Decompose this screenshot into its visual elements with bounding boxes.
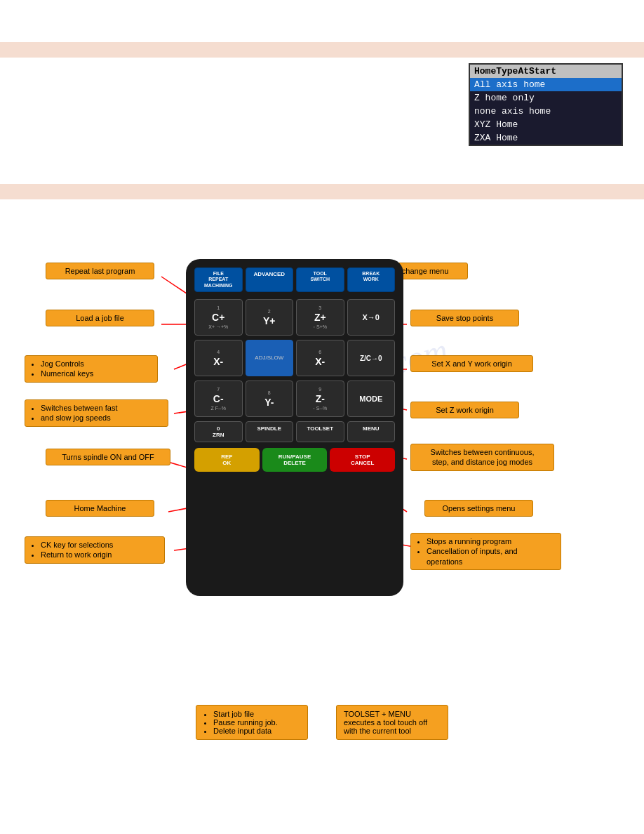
kbtn-run-pause[interactable]: RUN/PAUSEDELETE bbox=[262, 448, 328, 472]
kbtn-c-minus[interactable]: 7 C- Z F--% bbox=[194, 380, 243, 417]
kbtn-mode[interactable]: MODE bbox=[347, 380, 396, 417]
kbtn-y-plus[interactable]: 2 Y+ bbox=[246, 299, 294, 336]
kbtn-menu[interactable]: MENU bbox=[347, 421, 396, 442]
kbtn-tool-switch[interactable]: TOOLSWITCH bbox=[296, 267, 344, 292]
kbtn-c-plus[interactable]: 1 C+ X+ →+% bbox=[194, 299, 243, 336]
keypad: FILEREPEATMACHINING ADVANCED TOOLSWITCH … bbox=[186, 259, 403, 596]
label-home-machine: Home Machine bbox=[46, 500, 154, 517]
diagram-area: machsupport.com Repeat last p bbox=[0, 220, 644, 698]
label-switches-modes: Switches between continuous,step, and di… bbox=[410, 444, 554, 471]
keypad-top-row: FILEREPEATMACHINING ADVANCED TOOLSWITCH … bbox=[194, 267, 395, 292]
dropdown-item-1[interactable]: All axis home bbox=[470, 78, 622, 91]
kbtn-advanced[interactable]: ADVANCED bbox=[246, 267, 294, 292]
label-turns-spindle: Turns spindle ON and OFF bbox=[46, 449, 170, 465]
kbtn-x-minus-right[interactable]: 6 X- bbox=[296, 340, 344, 376]
label-set-xy-origin: Set X and Y work origin bbox=[410, 355, 533, 372]
kbtn-x-minus-left[interactable]: 4 X- bbox=[194, 340, 243, 376]
label-stops-program: Stops a running program Cancellation of … bbox=[410, 533, 561, 570]
label-set-z-origin: Set Z work origin bbox=[410, 402, 519, 418]
kbtn-break-work[interactable]: BREAKWORK bbox=[347, 267, 396, 292]
bottom-notes: Start job file Pause running job. Delete… bbox=[0, 705, 644, 740]
kbtn-z-plus[interactable]: 3 Z+ ◦ S+% bbox=[296, 299, 344, 336]
label-repeat-last-program: Repeat last program bbox=[46, 263, 154, 279]
note-box-left: Start job file Pause running job. Delete… bbox=[196, 705, 308, 740]
kbtn-y-minus[interactable]: 8 Y- bbox=[246, 380, 294, 417]
keypad-row1: 1 C+ X+ →+% 2 Y+ 3 Z+ ◦ S+% X→0 bbox=[194, 299, 395, 336]
top-banner bbox=[0, 42, 644, 58]
kbtn-stop-cancel[interactable]: STOPCANCEL bbox=[330, 448, 395, 472]
label-jog-controls: Jog Controls Numerical keys bbox=[25, 355, 158, 383]
keypad-row3: 7 C- Z F--% 8 Y- 9 Z- ◦ S--% MODE bbox=[194, 380, 395, 417]
kbtn-zrn[interactable]: 0ZRN bbox=[194, 421, 243, 442]
keypad-bottom-row: 0ZRN SPINDLE TOOLSET MENU bbox=[194, 421, 395, 442]
dropdown-item-2[interactable]: Z home only bbox=[470, 91, 622, 105]
label-switches-fast-slow: Switches between fast and slow jog speed… bbox=[25, 399, 168, 427]
label-load-job-file: Load a job file bbox=[46, 310, 154, 326]
kbtn-adj-slow[interactable]: ADJ/SLOW bbox=[246, 340, 294, 376]
kbtn-x-zero[interactable]: X→0 bbox=[347, 299, 396, 336]
kbtn-spindle[interactable]: SPINDLE bbox=[246, 421, 294, 442]
keypad-row2: 4 X- ADJ/SLOW 6 X- Z/C→0 bbox=[194, 340, 395, 376]
dropdown-title: HomeTypeAtStart bbox=[470, 65, 622, 78]
mid-banner bbox=[0, 184, 644, 199]
label-ok-return: CK key for selections Return to work ori… bbox=[25, 536, 165, 564]
dropdown-item-5[interactable]: ZXA Home bbox=[470, 131, 622, 145]
kbtn-file-repeat[interactable]: FILEREPEATMACHINING bbox=[194, 267, 243, 292]
label-save-stop-points: Save stop points bbox=[410, 310, 519, 326]
dropdown-item-4[interactable]: XYZ Home bbox=[470, 118, 622, 131]
note-box-right: TOOLSET + MENUexecutes a tool touch offw… bbox=[336, 705, 448, 740]
keypad-action-row: REFOK RUN/PAUSEDELETE STOPCANCEL bbox=[194, 448, 395, 472]
kbtn-toolset[interactable]: TOOLSET bbox=[296, 421, 344, 442]
kbtn-ref-ok[interactable]: REFOK bbox=[194, 448, 260, 472]
dropdown-menu: HomeTypeAtStart All axis home Z home onl… bbox=[469, 63, 623, 146]
kbtn-zc-zero[interactable]: Z/C→0 bbox=[347, 340, 396, 376]
label-opens-settings: Opens settings menu bbox=[424, 500, 533, 517]
kbtn-z-minus[interactable]: 9 Z- ◦ S--% bbox=[296, 380, 344, 417]
dropdown-item-3[interactable]: none axis home bbox=[470, 105, 622, 118]
